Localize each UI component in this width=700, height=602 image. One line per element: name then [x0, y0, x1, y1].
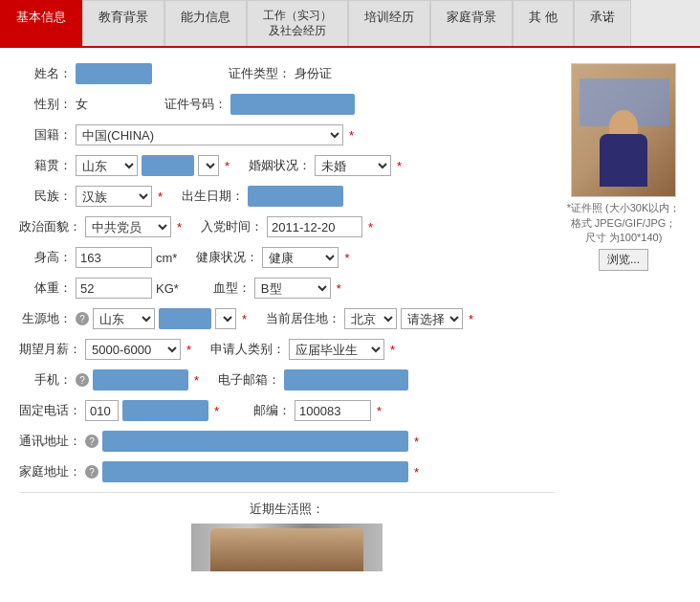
salary-group: 期望月薪： 5000-6000 *	[19, 339, 191, 360]
postal-required: *	[377, 404, 382, 418]
recent-photo-section: 近期生活照：	[19, 492, 555, 571]
height-label: 身高：	[19, 249, 72, 266]
current-province-select[interactable]: 北京	[344, 308, 397, 329]
nationality-select[interactable]: 中国(CHINA)	[76, 124, 343, 145]
health-required: *	[344, 251, 349, 265]
applicant-group: 申请人类别： 应届毕业生 *	[210, 339, 395, 360]
row-weight-blood: 体重： KG* 血型： B型 *	[19, 278, 555, 299]
salary-select[interactable]: 5000-6000	[85, 339, 181, 360]
tab-basic-info[interactable]: 基本信息	[0, 0, 82, 46]
party-date-input[interactable]	[267, 216, 362, 237]
nationality-group: 国籍： 中国(CHINA) *	[19, 124, 354, 145]
mobile-help-icon[interactable]: ?	[76, 373, 89, 387]
postal-label: 邮编：	[238, 402, 291, 419]
blood-label: 血型：	[198, 279, 251, 297]
current-addr-group: 当前居住地： 北京 请选择 *	[266, 308, 473, 329]
source-province-select[interactable]: 山东	[93, 308, 155, 329]
blood-select[interactable]: B型	[254, 278, 331, 299]
comm-addr-required: *	[414, 435, 419, 449]
current-city-select[interactable]: 请选择	[401, 308, 463, 329]
health-select[interactable]: 健康	[262, 247, 339, 268]
ethnicity-select[interactable]: 汉族	[76, 186, 152, 207]
email-label: 电子邮箱：	[218, 371, 280, 389]
postal-group: 邮编： *	[238, 400, 382, 421]
origin-group: 籍贯： 山东 *	[19, 155, 230, 176]
current-addr-required: *	[469, 312, 473, 326]
row-comm-addr: 通讯地址： ? *	[19, 431, 555, 452]
tab-ability[interactable]: 能力信息	[164, 0, 247, 46]
postal-input[interactable]	[295, 400, 371, 421]
tab-promise[interactable]: 承诺	[574, 0, 631, 46]
origin-city-input[interactable]	[142, 155, 194, 176]
current-addr-label: 当前居住地：	[266, 310, 340, 327]
salary-required: *	[186, 343, 191, 357]
origin-required: *	[225, 159, 230, 173]
row-mobile-email: 手机： ? * 电子邮箱：	[19, 369, 555, 390]
name-label: 姓名：	[19, 65, 72, 82]
weight-label: 体重：	[19, 279, 72, 297]
nationality-required: *	[349, 128, 354, 143]
ethnicity-label: 民族：	[19, 188, 72, 205]
home-addr-help-icon[interactable]: ?	[85, 465, 98, 479]
tab-family[interactable]: 家庭背景	[430, 0, 513, 46]
height-input[interactable]	[76, 247, 152, 268]
origin-city-select[interactable]	[198, 155, 219, 176]
row-tel-postal: 固定电话： * 邮编： *	[19, 400, 555, 421]
recent-photo-label: 近期生活照：	[19, 501, 555, 518]
marriage-select[interactable]: 未婚	[315, 155, 391, 176]
political-select[interactable]: 中共党员	[85, 216, 171, 237]
marriage-label: 婚姻状况：	[249, 157, 311, 174]
photo-area: *证件照 (大小30K以内；格式 JPEG/GIF/JPG；尺寸 为100*14…	[566, 63, 681, 571]
salary-label: 期望月薪：	[19, 341, 81, 358]
email-input[interactable]	[284, 369, 408, 390]
political-group: 政治面貌： 中共党员 *	[19, 216, 182, 237]
row-salary-applicant: 期望月薪： 5000-6000 * 申请人类别： 应届毕业生 *	[19, 339, 555, 360]
source-required: *	[242, 312, 247, 326]
height-group: 身高： cm*	[19, 247, 177, 268]
birth-label: 出生日期：	[182, 188, 244, 205]
row-gender-certno: 性别： 女 证件号码：	[19, 94, 555, 115]
photo-person	[595, 100, 652, 196]
cert-no-group: 证件号码：	[164, 94, 355, 115]
applicant-required: *	[390, 343, 395, 357]
weight-input[interactable]	[76, 278, 152, 299]
mobile-input[interactable]	[93, 369, 188, 390]
tab-education[interactable]: 教育背景	[82, 0, 164, 46]
cert-no-input[interactable]	[230, 94, 355, 115]
comm-addr-help-icon[interactable]: ?	[85, 435, 98, 448]
browse-button[interactable]: 浏览...	[599, 249, 648, 271]
origin-province-select[interactable]: 山东	[76, 155, 138, 176]
home-addr-input[interactable]	[102, 461, 408, 482]
row-height-health: 身高： cm* 健康状况： 健康 *	[19, 247, 555, 268]
birth-input[interactable]	[248, 186, 343, 207]
party-date-required: *	[368, 220, 373, 234]
row-home-addr: 家庭地址： ? *	[19, 461, 555, 482]
tab-work[interactable]: 工作（实习）及社会经历	[247, 0, 348, 46]
applicant-select[interactable]: 应届毕业生	[289, 339, 384, 360]
mobile-required: *	[194, 373, 199, 388]
birth-group: 出生日期：	[182, 186, 343, 207]
nationality-label: 国籍：	[19, 126, 72, 144]
source-city-select[interactable]	[215, 308, 236, 329]
name-input[interactable]	[76, 63, 152, 84]
tab-other[interactable]: 其 他	[513, 0, 574, 46]
cert-type-group: 证件类型： 身份证	[229, 65, 332, 82]
marriage-required: *	[397, 159, 402, 173]
photo-body	[600, 134, 647, 187]
row-name-cert: 姓名： 证件类型： 身份证	[19, 63, 555, 84]
applicant-label: 申请人类别：	[210, 341, 285, 358]
comm-addr-input[interactable]	[102, 431, 408, 452]
tel-number-input[interactable]	[122, 400, 208, 421]
source-city-input[interactable]	[159, 308, 211, 329]
tab-bar: 基本信息 教育背景 能力信息 工作（实习）及社会经历 培训经历 家庭背景 其 他…	[0, 0, 700, 48]
tab-training[interactable]: 培训经历	[348, 0, 430, 46]
health-group: 健康状况： 健康 *	[196, 247, 349, 268]
tel-area-input[interactable]	[85, 400, 119, 421]
source-help-icon[interactable]: ?	[76, 312, 89, 325]
political-required: *	[177, 220, 182, 234]
photo-placeholder	[572, 64, 675, 196]
party-date-label: 入党时间：	[201, 218, 263, 235]
cert-type-value: 身份证	[295, 65, 332, 82]
home-addr-label: 家庭地址：	[19, 463, 81, 480]
political-label: 政治面貌：	[19, 218, 81, 235]
